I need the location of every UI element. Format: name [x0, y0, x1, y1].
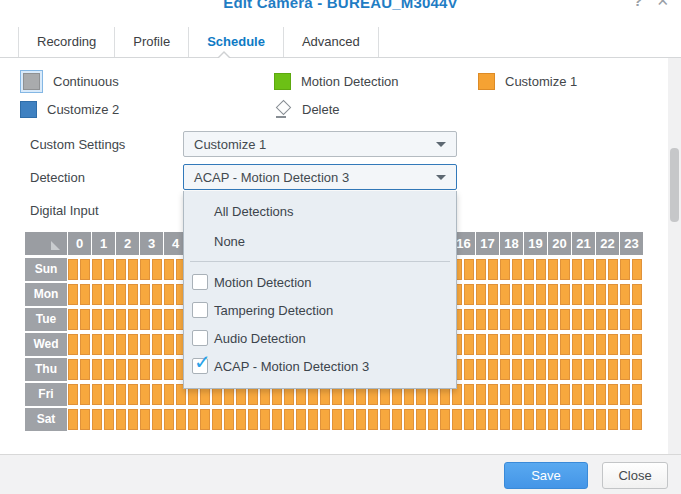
schedule-cell[interactable]	[104, 334, 114, 355]
hour-header-0[interactable]: 0	[68, 232, 91, 255]
schedule-cell[interactable]	[500, 359, 510, 380]
schedule-cell[interactable]	[632, 334, 642, 355]
schedule-cell[interactable]	[440, 409, 450, 430]
schedule-cell[interactable]	[464, 409, 474, 430]
schedule-cell[interactable]	[596, 359, 606, 380]
schedule-cell[interactable]	[512, 334, 522, 355]
schedule-cell[interactable]	[452, 409, 462, 430]
schedule-cell[interactable]	[476, 359, 486, 380]
schedule-cell[interactable]	[584, 409, 594, 430]
schedule-cell[interactable]	[536, 334, 546, 355]
schedule-cell[interactable]	[80, 409, 90, 430]
day-label-sat[interactable]: Sat	[25, 408, 67, 431]
schedule-cell[interactable]	[596, 284, 606, 305]
schedule-cell[interactable]	[68, 359, 78, 380]
schedule-cell[interactable]	[68, 334, 78, 355]
schedule-cell[interactable]	[116, 309, 126, 330]
schedule-cell[interactable]	[572, 384, 582, 405]
schedule-cell[interactable]	[152, 384, 162, 405]
day-label-tue[interactable]: Tue	[25, 308, 67, 331]
scrollbar-thumb[interactable]	[670, 148, 679, 222]
schedule-cell[interactable]	[80, 334, 90, 355]
schedule-cell[interactable]	[380, 409, 390, 430]
save-button[interactable]: Save	[504, 462, 588, 489]
schedule-cell[interactable]	[332, 409, 342, 430]
schedule-cell[interactable]	[536, 359, 546, 380]
schedule-cell[interactable]	[164, 334, 174, 355]
schedule-cell[interactable]	[536, 309, 546, 330]
schedule-cell[interactable]	[176, 409, 186, 430]
checkbox-icon[interactable]	[192, 302, 208, 318]
schedule-cell[interactable]	[128, 359, 138, 380]
schedule-cell[interactable]	[80, 284, 90, 305]
schedule-cell[interactable]	[476, 284, 486, 305]
schedule-cell[interactable]	[608, 334, 618, 355]
schedule-cell[interactable]	[512, 309, 522, 330]
schedule-cell[interactable]	[572, 309, 582, 330]
schedule-cell[interactable]	[284, 409, 294, 430]
schedule-cell[interactable]	[548, 384, 558, 405]
hour-header-20[interactable]: 20	[548, 232, 571, 255]
schedule-cell[interactable]	[500, 309, 510, 330]
schedule-cell[interactable]	[128, 284, 138, 305]
schedule-cell[interactable]	[572, 334, 582, 355]
schedule-cell[interactable]	[92, 409, 102, 430]
schedule-cell[interactable]	[548, 334, 558, 355]
schedule-cell[interactable]	[548, 259, 558, 280]
day-label-thu[interactable]: Thu	[25, 358, 67, 381]
schedule-cell[interactable]	[212, 409, 222, 430]
schedule-cell[interactable]	[524, 384, 534, 405]
schedule-cell[interactable]	[632, 259, 642, 280]
schedule-cell[interactable]	[476, 334, 486, 355]
schedule-cell[interactable]	[92, 334, 102, 355]
schedule-cell[interactable]	[536, 384, 546, 405]
schedule-cell[interactable]	[248, 409, 258, 430]
schedule-cell[interactable]	[68, 409, 78, 430]
schedule-cell[interactable]	[560, 359, 570, 380]
schedule-cell[interactable]	[536, 259, 546, 280]
schedule-cell[interactable]	[260, 409, 270, 430]
schedule-cell[interactable]	[416, 409, 426, 430]
schedule-cell[interactable]	[560, 259, 570, 280]
schedule-cell[interactable]	[596, 309, 606, 330]
schedule-cell[interactable]	[104, 309, 114, 330]
schedule-cell[interactable]	[68, 384, 78, 405]
schedule-cell[interactable]	[512, 384, 522, 405]
tab-recording[interactable]: Recording	[18, 27, 114, 57]
schedule-cell[interactable]	[104, 284, 114, 305]
schedule-cell[interactable]	[632, 384, 642, 405]
schedule-cell[interactable]	[128, 409, 138, 430]
schedule-cell[interactable]	[356, 409, 366, 430]
schedule-cell[interactable]	[224, 409, 234, 430]
schedule-cell[interactable]	[92, 359, 102, 380]
schedule-cell[interactable]	[140, 409, 150, 430]
schedule-cell[interactable]	[140, 284, 150, 305]
schedule-cell[interactable]	[500, 334, 510, 355]
close-button[interactable]: Close	[602, 462, 668, 489]
schedule-cell[interactable]	[548, 309, 558, 330]
schedule-cell[interactable]	[464, 384, 474, 405]
dropdown-item-none[interactable]: None	[184, 227, 456, 257]
schedule-cell[interactable]	[596, 384, 606, 405]
schedule-cell[interactable]	[296, 409, 306, 430]
schedule-cell[interactable]	[524, 284, 534, 305]
schedule-cell[interactable]	[488, 284, 498, 305]
schedule-cell[interactable]	[608, 384, 618, 405]
schedule-cell[interactable]	[584, 384, 594, 405]
schedule-cell[interactable]	[128, 259, 138, 280]
schedule-cell[interactable]	[632, 409, 642, 430]
dropdown-item-all-detections[interactable]: All Detections	[184, 197, 456, 227]
schedule-cell[interactable]	[620, 334, 630, 355]
schedule-cell[interactable]	[596, 334, 606, 355]
schedule-cell[interactable]	[428, 409, 438, 430]
schedule-cell[interactable]	[476, 259, 486, 280]
schedule-cell[interactable]	[80, 384, 90, 405]
schedule-cell[interactable]	[620, 309, 630, 330]
schedule-cell[interactable]	[632, 284, 642, 305]
legend-item-motion-detection[interactable]: Motion Detection	[274, 69, 399, 93]
schedule-cell[interactable]	[140, 309, 150, 330]
schedule-cell[interactable]	[512, 409, 522, 430]
dropdown-item-motion-detection[interactable]: Motion Detection	[184, 268, 456, 296]
schedule-cell[interactable]	[500, 259, 510, 280]
schedule-cell[interactable]	[104, 259, 114, 280]
